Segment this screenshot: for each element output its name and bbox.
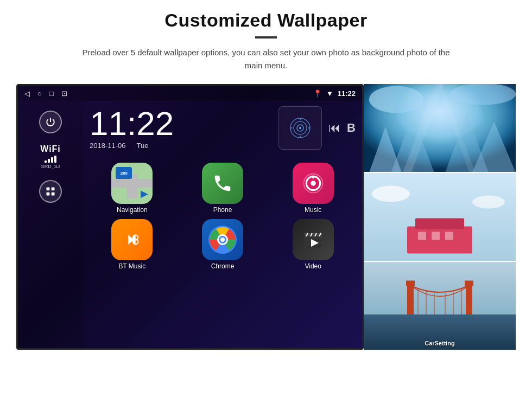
svg-point-18 bbox=[220, 237, 225, 242]
title-divider bbox=[255, 36, 277, 38]
app-item-bt-music[interactable]: BT Music bbox=[90, 219, 175, 270]
svg-point-31 bbox=[396, 94, 483, 138]
app-item-navigation[interactable]: 280 ▶ Navigation bbox=[90, 163, 175, 214]
svg-rect-59 bbox=[465, 281, 473, 286]
wifi-ssid: SRD_SJ bbox=[41, 164, 60, 169]
screenshot-icon[interactable]: ⊡ bbox=[61, 89, 67, 98]
content-row: ◁ ○ □ ⊡ 📍 ▼ 11:22 bbox=[16, 84, 516, 350]
svg-marker-35 bbox=[445, 113, 489, 172]
power-button[interactable] bbox=[39, 111, 62, 133]
status-time: 11:22 bbox=[338, 89, 356, 98]
svg-point-44 bbox=[372, 186, 410, 202]
svg-point-11 bbox=[312, 176, 314, 179]
navigation-icon: 280 ▶ bbox=[111, 163, 153, 204]
svg-line-36 bbox=[407, 84, 440, 172]
svg-point-7 bbox=[299, 127, 301, 129]
svg-rect-0 bbox=[47, 188, 50, 191]
svg-rect-57 bbox=[402, 320, 478, 323]
svg-rect-50 bbox=[466, 283, 472, 326]
apps-button[interactable] bbox=[39, 180, 62, 203]
svg-rect-1 bbox=[52, 188, 55, 191]
music-icon bbox=[293, 163, 334, 204]
nav-arrow-icon: ▶ bbox=[141, 188, 148, 200]
svg-rect-42 bbox=[432, 232, 440, 240]
svg-rect-41 bbox=[418, 232, 426, 240]
wifi-info: WiFi SRD_SJ bbox=[40, 144, 61, 169]
app-item-chrome[interactable]: Chrome bbox=[180, 219, 265, 270]
back-icon[interactable]: ◁ bbox=[24, 89, 30, 98]
svg-point-30 bbox=[451, 84, 516, 105]
center-content: 11:22 2018-11-06 Tue bbox=[83, 101, 362, 350]
phone-label: Phone bbox=[213, 206, 232, 214]
music-label: Music bbox=[305, 206, 321, 214]
svg-marker-34 bbox=[472, 121, 516, 172]
chrome-icon bbox=[202, 219, 243, 260]
svg-rect-48 bbox=[364, 316, 516, 326]
wifi-bar-4 bbox=[54, 156, 56, 163]
bt-music-label: BT Music bbox=[118, 262, 145, 270]
wifi-bars bbox=[45, 155, 56, 163]
svg-point-8 bbox=[311, 181, 316, 186]
prev-track-button[interactable]: ⏮ bbox=[328, 121, 340, 135]
clock-day-value: Tue bbox=[137, 142, 149, 150]
svg-rect-3 bbox=[52, 192, 55, 196]
wallpaper-thumb-bridge[interactable]: CarSetting bbox=[364, 262, 516, 350]
home-icon[interactable]: ○ bbox=[37, 89, 42, 98]
chrome-label: Chrome bbox=[211, 262, 235, 270]
page-title: Customized Wallpaper bbox=[164, 10, 367, 31]
recents-icon[interactable]: □ bbox=[49, 89, 54, 98]
wifi-label: WiFi bbox=[40, 144, 61, 154]
svg-marker-32 bbox=[369, 127, 402, 172]
clock-date: 2018-11-06 Tue bbox=[90, 142, 148, 150]
svg-rect-40 bbox=[415, 219, 464, 229]
status-bar: ◁ ○ □ ⊡ 📍 ▼ 11:22 bbox=[18, 86, 362, 101]
app-grid: 280 ▶ Navigation bbox=[90, 163, 356, 270]
nav-sign: 280 bbox=[116, 167, 132, 179]
middle-thumb-content bbox=[364, 173, 516, 261]
app-item-video[interactable]: Video bbox=[270, 219, 356, 270]
svg-rect-43 bbox=[445, 232, 453, 240]
clock-area: 11:22 2018-11-06 Tue bbox=[90, 106, 356, 150]
left-sidebar: WiFi SRD_SJ bbox=[18, 101, 83, 350]
android-main-content: WiFi SRD_SJ bbox=[18, 101, 362, 350]
svg-rect-49 bbox=[407, 283, 414, 326]
bluetooth-label: B bbox=[347, 121, 356, 135]
page-wrapper: Customized Wallpaper Preload over 5 defa… bbox=[0, 0, 532, 411]
signal-icon: ▼ bbox=[326, 89, 333, 98]
wallpaper-thumb-ice[interactable] bbox=[364, 84, 516, 172]
clock-block: 11:22 2018-11-06 Tue bbox=[90, 107, 174, 150]
svg-marker-33 bbox=[391, 116, 434, 172]
bridge-image: CarSetting bbox=[364, 262, 516, 350]
svg-rect-2 bbox=[47, 192, 50, 196]
svg-rect-39 bbox=[407, 227, 472, 254]
ice-cave-image bbox=[364, 84, 516, 172]
media-area: ⏮ B bbox=[278, 106, 356, 150]
clock-time: 11:22 bbox=[90, 107, 174, 140]
svg-line-37 bbox=[440, 84, 472, 172]
video-label: Video bbox=[305, 262, 321, 270]
radio-widget[interactable] bbox=[278, 106, 322, 150]
location-icon: 📍 bbox=[313, 89, 322, 98]
status-left: ◁ ○ □ ⊡ bbox=[24, 89, 67, 98]
status-right: 📍 ▼ 11:22 bbox=[313, 89, 356, 98]
svg-point-29 bbox=[369, 86, 423, 113]
svg-rect-28 bbox=[364, 84, 516, 172]
wallpaper-thumbnails: CarSetting bbox=[364, 84, 516, 350]
page-description: Preload over 5 default wallpaper options… bbox=[76, 46, 456, 72]
bt-music-icon bbox=[111, 219, 153, 260]
app-item-phone[interactable]: Phone bbox=[180, 163, 265, 214]
wifi-bar-1 bbox=[45, 160, 47, 163]
clock-date-value: 2018-11-06 bbox=[90, 142, 126, 150]
app-item-music[interactable]: Music bbox=[270, 163, 356, 214]
svg-rect-46 bbox=[364, 262, 516, 350]
svg-point-45 bbox=[472, 196, 505, 209]
android-screen: ◁ ○ □ ⊡ 📍 ▼ 11:22 bbox=[16, 84, 364, 350]
video-icon bbox=[293, 219, 334, 260]
wallpaper-thumb-middle[interactable] bbox=[364, 172, 516, 262]
navigation-label: Navigation bbox=[117, 206, 148, 214]
car-setting-label: CarSetting bbox=[425, 340, 455, 346]
wifi-bar-2 bbox=[48, 159, 50, 163]
wifi-bar-3 bbox=[51, 157, 53, 163]
phone-icon bbox=[202, 163, 243, 204]
svg-rect-58 bbox=[406, 281, 415, 286]
